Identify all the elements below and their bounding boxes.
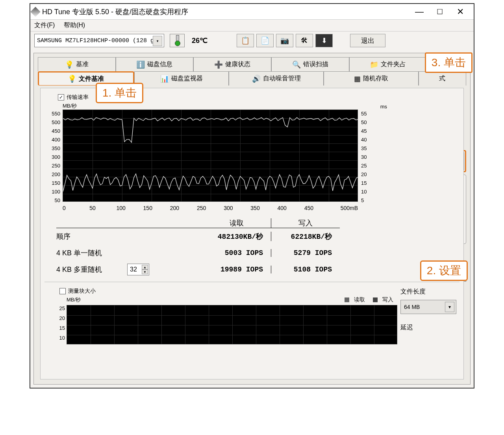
minimize-button[interactable]: —	[414, 7, 425, 17]
menu-help[interactable]: 帮助(H)	[64, 22, 85, 28]
content-area: ✓ 传输速率 1. 单击 MB/秒 ms 550500450 400350300…	[40, 88, 464, 379]
tab-extra[interactable]: 式	[419, 71, 466, 86]
tab-health[interactable]: ➕健康状态	[193, 57, 271, 71]
menubar: 文件(F) 帮助(H)	[30, 20, 474, 32]
spin-down-icon[interactable]: ▼	[142, 270, 148, 274]
callout-1: 1. 单击	[96, 83, 143, 103]
save-button[interactable]: ⬇	[315, 34, 333, 47]
drive-select[interactable]: SAMSUNG MZ7LF128HCHP-00000 (128 g) ▾	[34, 34, 164, 47]
app-icon	[30, 7, 40, 17]
chart-canvas	[63, 110, 358, 202]
lower-right-panel: 文件长度 64 MB ▾ 延迟	[397, 285, 460, 344]
chart-unit-right: ms	[375, 104, 387, 110]
lower-file-length-select[interactable]: 64 MB ▾	[400, 300, 456, 314]
checkbox-icon-unchecked	[59, 288, 66, 294]
lower-section: 测量块大小 MB/秒 读取 写入 2520 1510	[44, 282, 460, 344]
toolbar: SAMSUNG MZ7LF128HCHP-00000 (128 g) ▾ 26℃…	[30, 32, 474, 50]
callout-3: 3. 单击	[425, 52, 472, 73]
tab-random-access[interactable]: ▦随机存取	[324, 71, 419, 86]
copy-text-button[interactable]: 📄	[256, 34, 274, 47]
gear-icon: 🛠	[301, 37, 308, 45]
chart-unit-left: MB/秒	[63, 102, 77, 110]
tab-disk-info[interactable]: ℹ️磁盘信息	[116, 57, 194, 71]
exit-button[interactable]: 退出	[350, 34, 385, 47]
legend-write-swatch	[373, 297, 378, 302]
chart-y-left-axis: 550500450 400350300 250200150 10050	[44, 110, 60, 205]
tab-folder-usage[interactable]: 📁文件夹占	[349, 57, 427, 71]
info-icon: ℹ️	[136, 60, 145, 69]
tab-benchmark[interactable]: 💡基准	[38, 57, 116, 71]
thermometer-icon	[174, 35, 180, 46]
chart-x-axis: 050100 150200250 300350400 450500mB	[63, 205, 358, 211]
chart2-y-axis: 2520 1510	[56, 303, 65, 344]
camera-icon: 📷	[280, 36, 289, 45]
copy-icon: 📋	[241, 36, 250, 45]
col-read: 读取	[202, 218, 271, 228]
checkbox-icon-checked: ✓	[58, 94, 64, 100]
chart2-legend: 读取 写入	[338, 296, 393, 303]
folder-icon: 📁	[370, 60, 378, 69]
maximize-button[interactable]: ☐	[434, 7, 445, 16]
menu-file[interactable]: 文件(F)	[34, 22, 55, 28]
chart-y-right-axis: 555045 403530 252015 105	[361, 110, 373, 205]
speaker-icon: 🔊	[252, 74, 261, 83]
table-row: 顺序 482130KB/秒 62218KB/秒	[56, 228, 340, 245]
health-icon: ➕	[214, 60, 223, 69]
delay-label: 延迟	[400, 323, 456, 332]
titlebar: HD Tune 专业版 5.50 - 硬盘/固态硬盘实用程序 — ☐ ✕	[30, 4, 474, 20]
col-write: 写入	[271, 218, 340, 228]
screenshot-button[interactable]: 📷	[276, 34, 293, 47]
tab-aam[interactable]: 🔊自动噪音管理	[229, 71, 324, 86]
search-icon: 🔍	[292, 60, 301, 69]
spin-up-icon[interactable]: ▲	[142, 265, 148, 270]
results-table: 读取 写入 顺序 482130KB/秒 62218KB/秒 4 KB 单一随机 …	[56, 218, 340, 278]
bulb-icon: 💡	[65, 60, 74, 69]
file-bulb-icon: 💡	[68, 74, 76, 83]
tab-error-scan[interactable]: 🔍错误扫描	[271, 57, 349, 71]
temperature-value: 26℃	[192, 36, 208, 45]
chart-upper: 550500450 400350300 250200150 10050 5550…	[44, 110, 460, 205]
chart-icon: 📊	[160, 74, 169, 83]
table-row: 4 KB 多重随机 32 ▲▼ 19989 IOPS 5108 IOPS	[56, 261, 340, 278]
chart2-canvas	[67, 305, 397, 344]
random-icon: ▦	[354, 74, 361, 83]
window-title: HD Tune 专业版 5.50 - 硬盘/固态硬盘实用程序	[42, 7, 414, 17]
chevron-down-icon[interactable]: ▾	[153, 36, 162, 46]
lower-file-length-label: 文件长度	[400, 288, 456, 296]
queue-depth-spinner[interactable]: 32 ▲▼	[127, 264, 149, 275]
block-size-checkbox[interactable]: 测量块大小	[59, 288, 397, 295]
chart2-unit: MB/秒	[67, 296, 81, 303]
callout-2: 2. 设置	[420, 260, 468, 281]
chevron-down-icon[interactable]: ▾	[445, 302, 454, 312]
copy-info-button[interactable]: 📋	[237, 34, 254, 47]
clipboard-icon: 📄	[261, 36, 269, 45]
tab-disk-monitor[interactable]: 📊磁盘监视器	[134, 71, 229, 86]
temperature-box	[170, 34, 185, 47]
tabs-row-1: 💡基准 ℹ️磁盘信息 ➕健康状态 🔍错误扫描 📁文件夹占 除	[38, 57, 466, 71]
drive-select-value: SAMSUNG MZ7LF128HCHP-00000 (128 g)	[37, 37, 158, 44]
tab-container: 💡基准 ℹ️磁盘信息 ➕健康状态 🔍错误扫描 📁文件夹占 除 💡文件基准 📊磁盘…	[33, 53, 471, 385]
download-icon: ⬇	[321, 36, 327, 45]
table-row: 4 KB 单一随机 5003 IOPS 5279 IOPS	[56, 245, 340, 261]
close-button[interactable]: ✕	[455, 7, 466, 17]
legend-read-swatch	[345, 297, 349, 302]
options-button[interactable]: 🛠	[296, 34, 313, 47]
